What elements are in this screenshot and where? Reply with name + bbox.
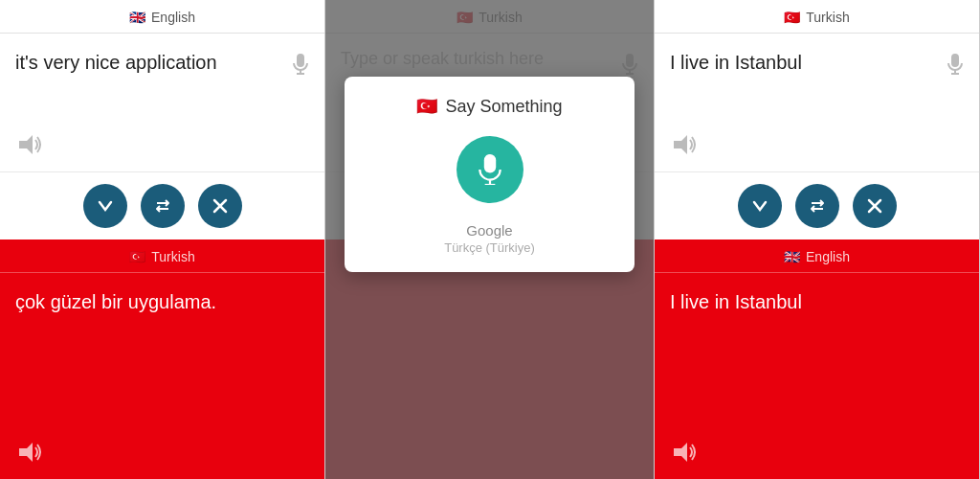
panel-1-bottom-speaker-icon[interactable] xyxy=(15,437,46,468)
panel-3-source-lang-label: Turkish xyxy=(806,10,849,25)
panel-3-top: 🇹🇷 Turkish I live in Istanbul xyxy=(655,0,979,240)
panel-3-down-button[interactable] xyxy=(738,184,782,228)
panel-1-source-flag: 🇬🇧 xyxy=(129,10,145,25)
panel-1-bottom: 🇹🇷 Turkish çok güzel bir uygulama. xyxy=(0,240,324,479)
panel-1-target-lang-header[interactable]: 🇹🇷 Turkish xyxy=(0,240,324,273)
panel-3-mic-icon[interactable] xyxy=(947,53,964,76)
panel-1-source-lang-header[interactable]: 🇬🇧 English xyxy=(0,0,324,34)
panel-3-controls xyxy=(655,171,979,240)
dialog-google-label: Google xyxy=(466,222,512,239)
panel-3-bottom-speaker-icon[interactable] xyxy=(670,437,701,468)
panel-1-close-button[interactable] xyxy=(198,184,242,228)
panel-3-input-area[interactable]: I live in Istanbul xyxy=(655,34,979,122)
dialog-locale-label: Türkçe (Türkiye) xyxy=(444,240,535,255)
panel-1-source-lang-label: English xyxy=(151,10,195,25)
say-something-dialog: 🇹🇷 Say Something Google Türkçe (Türkiye) xyxy=(345,77,635,272)
svg-marker-3 xyxy=(19,135,33,154)
panel-2: 🇹🇷 Turkish Type or speak turkish here xyxy=(325,0,655,479)
panel-3-swap-button[interactable] xyxy=(795,184,839,228)
panel-3-bottom: 🇬🇧 English I live in Istanbul xyxy=(655,240,979,479)
panel-3-target-lang-label: English xyxy=(806,249,850,264)
panel-1-bottom-speaker-row xyxy=(0,429,324,479)
panel-3-translated-text: I live in Istanbul xyxy=(670,288,964,315)
panel-1-down-button[interactable] xyxy=(83,184,127,228)
panel-1-swap-button[interactable] xyxy=(141,184,185,228)
svg-rect-0 xyxy=(297,54,304,67)
dialog-header: 🇹🇷 Say Something xyxy=(416,96,562,117)
dialog-flag: 🇹🇷 xyxy=(416,96,437,117)
panel-3-source-lang-header[interactable]: 🇹🇷 Turkish xyxy=(655,0,979,34)
panel-3: 🇹🇷 Turkish I live in Istanbul xyxy=(655,0,980,479)
panel-1-input-text: it's very nice application xyxy=(15,49,292,76)
panel-3-translated-area: I live in Istanbul xyxy=(655,273,979,429)
panel-1-controls xyxy=(0,171,324,240)
panel-3-speaker-icon[interactable] xyxy=(670,129,701,160)
panel-3-speaker-row xyxy=(655,122,979,171)
panel-1-input-area[interactable]: it's very nice application xyxy=(0,34,324,122)
panel-1-speaker-icon[interactable] xyxy=(15,129,46,160)
panel-1-target-lang-label: Turkish xyxy=(151,249,194,264)
svg-rect-12 xyxy=(483,154,495,173)
svg-rect-15 xyxy=(951,54,959,67)
panel-1-top: 🇬🇧 English it's very nice application xyxy=(0,0,324,240)
svg-marker-21 xyxy=(674,443,687,462)
panel-1: 🇬🇧 English it's very nice application xyxy=(0,0,325,479)
panel-1-target-flag: 🇹🇷 xyxy=(129,249,145,264)
panel-1-speaker-row xyxy=(0,122,324,171)
dialog-mic-button[interactable] xyxy=(457,136,523,203)
panel-3-target-lang-header[interactable]: 🇬🇧 English xyxy=(655,240,979,273)
panel-1-translated-text: çok güzel bir uygulama. xyxy=(15,288,309,315)
svg-marker-18 xyxy=(674,135,687,154)
panel-1-mic-icon[interactable] xyxy=(292,53,309,76)
dialog-title: Say Something xyxy=(445,97,562,117)
panel-3-input-text: I live in Istanbul xyxy=(670,49,947,76)
panel-3-source-flag: 🇹🇷 xyxy=(784,10,800,25)
panel-3-target-flag: 🇬🇧 xyxy=(784,249,800,264)
svg-marker-6 xyxy=(19,443,33,462)
panel-1-translated-area: çok güzel bir uygulama. xyxy=(0,273,324,429)
panel-3-bottom-speaker-row xyxy=(655,429,979,479)
panel-3-close-button[interactable] xyxy=(853,184,897,228)
